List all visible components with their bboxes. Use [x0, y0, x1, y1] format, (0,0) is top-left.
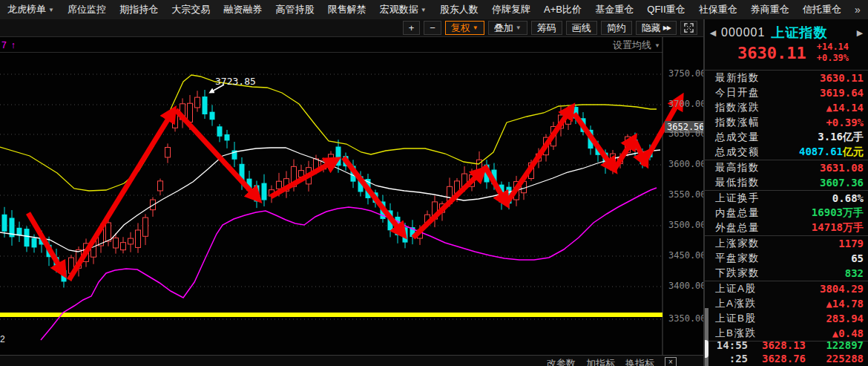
menu-item[interactable]: 基金重仓 [595, 3, 634, 16]
quote-row: 最新指数3630.11 [705, 71, 868, 85]
menu-item-label: 停牌复牌 [492, 3, 530, 16]
menu-item-label: 限售解禁 [328, 3, 366, 16]
quote-row-label: 内盘总量 [715, 206, 760, 220]
next-stock-button[interactable]: ▶ [852, 28, 868, 38]
toolbar-button-画线[interactable]: 画线 [566, 21, 597, 35]
toolbar-button-叠加[interactable]: 叠加▼ [488, 21, 527, 35]
quote-row: 最高指数3631.08 [705, 160, 868, 175]
quote-row-value: 0.68% [832, 192, 864, 204]
menu-overflow-button[interactable]: » [855, 4, 861, 16]
quote-row-value: 3630.11 [820, 72, 864, 84]
quote-row-value: 3.16亿手 [818, 131, 864, 144]
price-axis-tick: 3750.00 [668, 68, 703, 79]
quote-row-value: 1179 [838, 238, 864, 249]
quote-row-label: 最高指数 [715, 161, 760, 174]
quote-row-value: ▲0.48 [832, 327, 864, 339]
toolbar-button-label: 画线 [572, 22, 591, 34]
toolbar-button-label: 复权 [451, 22, 470, 34]
quote-row-label: 上证B股 [715, 312, 757, 325]
menu-item[interactable]: 信托重仓 [803, 3, 841, 16]
quote-row-value: 3619.64 [820, 87, 864, 99]
chevron-down-icon: ▼ [48, 7, 54, 13]
menu-item[interactable]: 股东人数 [440, 3, 479, 16]
toolbar-button-复权[interactable]: 复权▼ [445, 21, 484, 35]
toolbar-button-label: + [409, 22, 415, 34]
price-axis-tick: 3450.00 [668, 250, 703, 261]
panel-scrollbar-thumb[interactable] [705, 340, 708, 358]
quote-row: 上A涨跌▲14.78 [705, 296, 868, 311]
menu-item-label: 席位监控 [68, 3, 106, 16]
quote-row-label: 今日开盘 [715, 86, 760, 99]
toolbar-button-筹码[interactable]: 筹码 [531, 21, 562, 35]
quote-row-label: 下跌家数 [715, 267, 760, 280]
footer-action-换指标[interactable]: 换指标 [625, 357, 654, 366]
quote-row-label: 上证换手 [715, 192, 760, 205]
quote-row: 外盘总量14718万手 [705, 220, 868, 235]
menu-item-label: 龙虎榜单 [7, 3, 46, 16]
menu-item-label: 期指持仓 [119, 3, 158, 16]
quote-row-value: ▲14.78 [826, 298, 864, 310]
quote-row-value: 3607.36 [820, 177, 864, 189]
footer-action-加指标[interactable]: 加指标 [586, 357, 615, 366]
quote-row: 上证B股283.94 [705, 311, 868, 326]
chart-canvas[interactable] [0, 37, 703, 355]
quote-row-label: 最新指数 [715, 71, 760, 85]
fullscreen-button[interactable] [680, 21, 697, 35]
menu-item[interactable]: 期指持仓 [119, 3, 158, 16]
price-axis-tick: 3550.00 [668, 189, 703, 200]
prev-stock-button[interactable]: ◀ [705, 28, 721, 38]
menu-item[interactable]: 高管持股 [276, 3, 315, 16]
quote-row-value: 832 [845, 267, 864, 279]
menu-item[interactable]: QFII重仓 [647, 3, 685, 16]
stock-app: { "menu": { "items": [ {"label":"龙虎榜单","… [0, 0, 868, 366]
tick-price: 3628.76 [748, 353, 806, 365]
stock-name: 上证指数 [771, 24, 852, 42]
chevron-down-icon: ▼ [516, 22, 522, 34]
menu-item[interactable]: 席位监控 [68, 3, 106, 16]
menu-item[interactable]: 券商重仓 [751, 3, 789, 16]
quote-row-label: 平盘家数 [715, 252, 760, 265]
close-indicator-button[interactable]: × [665, 357, 677, 366]
menu-item[interactable]: 限售解禁 [328, 3, 366, 16]
tick-price: 3628.13 [748, 339, 806, 351]
quote-row-label: 上证A股 [715, 282, 757, 295]
price-axis-tick: 3650.00 [668, 128, 703, 139]
quote-row-label: 指数涨幅 [715, 116, 760, 129]
text-fragment: 2 [0, 334, 5, 344]
quote-row-value: 3631.08 [820, 162, 864, 174]
chart-toolbar: +−复权▼叠加▼筹码画线简约隐藏▶▶ [0, 19, 703, 37]
quote-row: 上证A股3804.29 [705, 281, 868, 296]
tick-time: 14:55 [712, 339, 748, 351]
menu-bar: 龙虎榜单▼席位监控期指持仓大宗交易融资融券高管持股限售解禁宏观数据▼股东人数停牌… [0, 0, 868, 19]
chevron-down-icon: ▼ [473, 22, 479, 34]
footer-action-改参数[interactable]: 改参数 [547, 357, 576, 366]
menu-item[interactable]: 宏观数据▼ [380, 3, 427, 16]
quote-row-label: 总成交额 [715, 146, 760, 159]
menu-item-label: A+B比价 [544, 3, 582, 16]
trade-tick-row: 14:553628.13122897 [705, 339, 868, 352]
quote-panel: ◀ 000001 上证指数 ▶ 3630.11 +14.14 +0.39% 最新… [703, 19, 868, 366]
toolbar-button-简约[interactable]: 简约 [601, 21, 632, 35]
quote-row-value: ▲14.14 [826, 102, 864, 114]
candlestick-chart[interactable]: 7 ↑ 设置均线 ▼ 3723.85 3652.56 2 3750.003700… [0, 37, 703, 355]
quote-row-value: 4087.61亿元 [799, 146, 864, 159]
toolbar-button-label: − [430, 22, 435, 34]
menu-item[interactable]: 停牌复牌 [492, 3, 530, 16]
menu-item-label: 社保重仓 [699, 3, 737, 16]
menu-item-label: 基金重仓 [595, 3, 634, 16]
menu-item-label: 股东人数 [440, 3, 479, 16]
menu-item[interactable]: 龙虎榜单▼ [7, 3, 54, 16]
tick-time: :25 [712, 353, 748, 365]
toolbar-button-+[interactable]: + [403, 21, 421, 35]
toolbar-button-隐藏[interactable]: 隐藏▶▶ [636, 21, 677, 35]
expand-icon [684, 23, 694, 33]
toolbar-button-−[interactable]: − [424, 21, 441, 35]
toolbar-button-label: 叠加 [494, 22, 513, 34]
menu-item[interactable]: 大宗交易 [171, 3, 210, 16]
stock-code: 000001 [721, 26, 765, 39]
quote-row-label: 最低指数 [715, 176, 760, 189]
menu-item[interactable]: A+B比价 [544, 3, 582, 16]
quote-row: 上涨家数1179 [705, 236, 868, 251]
menu-item[interactable]: 融资融券 [223, 3, 262, 16]
menu-item[interactable]: 社保重仓 [699, 3, 737, 16]
